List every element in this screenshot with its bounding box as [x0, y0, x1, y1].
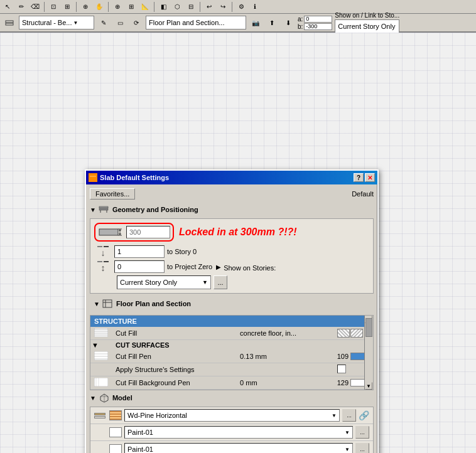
layer-icon-btn[interactable]: [3, 17, 16, 28]
toolbar-btn-settings[interactable]: ⚙: [235, 1, 247, 13]
project-zero-arrow-btn[interactable]: ▶: [216, 264, 221, 270]
fp-section-icon: [102, 299, 114, 309]
sep2: [76, 2, 77, 12]
cfbg-num-label: 129: [337, 379, 349, 386]
toolbar-btn-zoom[interactable]: ⊕: [79, 1, 92, 13]
layers-icon: [5, 18, 14, 27]
material2-arrow: ▼: [345, 430, 350, 435]
structure-header-row: STRUCTURE: [90, 316, 373, 327]
toolbar-btn-pencil[interactable]: ✏: [15, 1, 28, 13]
story-input[interactable]: [114, 245, 165, 258]
rotate-btn[interactable]: ⟳: [129, 17, 143, 28]
select-dropdown-arrow: ▼: [202, 279, 208, 285]
cs-expand-cell: ▼: [90, 340, 112, 351]
material1-label: Wd-Pine Horizontal: [127, 412, 187, 419]
toolbar-row1: ↖ ✏ ⌫ ⊡ ⊞ ⊕ ✋ ⊕ ⊞ 📐 ◧ ⬡ ⊟ ↩ ↪ ⚙ ℹ: [0, 0, 476, 14]
to-story-row: ↓ to Story 0: [94, 245, 369, 258]
dialog-help-btn[interactable]: ?: [354, 173, 364, 182]
pz-arrow: ↕: [101, 264, 105, 272]
sep6: [232, 2, 232, 12]
toolbar-btn-redo[interactable]: ↪: [217, 1, 229, 13]
toolbar-btn-info[interactable]: ℹ: [249, 1, 261, 13]
geometry-section-header[interactable]: ▼ Geometry and Positioning: [90, 205, 374, 215]
apply-struct-icon-cell: [90, 363, 112, 376]
toolbar-btn-snap[interactable]: ⊕: [111, 1, 124, 13]
nav-btn[interactable]: ⬆: [265, 17, 279, 28]
floor-plan-section-header[interactable]: ▼ Floor Plan and Section: [90, 296, 374, 311]
swatch1: [337, 329, 350, 338]
story-settings-btn[interactable]: ...: [214, 275, 227, 289]
frame-btn[interactable]: ▭: [113, 17, 127, 28]
scrollbar-down-btn[interactable]: ▼: [365, 382, 372, 390]
slab-settings-dialog: Slab Default Settings ? ✕ Favorites... D…: [85, 169, 379, 453]
nav2-btn[interactable]: ⬇: [281, 17, 295, 28]
material3-edit-btn[interactable]: ...: [355, 443, 369, 453]
fp-content: STRUCTURE: [90, 315, 374, 390]
view-dropdown-label: Floor Plan and Section...: [149, 19, 224, 26]
locked-annotation: Locked in at 300mm ?!?!: [179, 226, 297, 238]
cut-surfaces-row: ▼ CUT SURFACES: [90, 340, 373, 351]
apply-structure-row[interactable]: Apply Structure's Settings: [90, 363, 373, 376]
toolbar-btn-1[interactable]: ↖: [1, 1, 14, 13]
dialog-toolbar: Favorites... Default: [90, 188, 374, 200]
layer-dropdown-label: Structural - Be...: [22, 19, 72, 26]
slab-thickness-icon: [98, 225, 124, 239]
cfp-num-label: 109: [337, 353, 349, 360]
elev-b-input[interactable]: [304, 23, 332, 30]
elev-a-input[interactable]: [304, 16, 332, 23]
swatch2: [350, 329, 363, 338]
elev-a-label: a:: [298, 16, 303, 23]
cut-fill-row[interactable]: Cut Fill concrete floor, in...: [90, 327, 373, 340]
si-line2: [104, 246, 109, 247]
material-row-3: Paint-01 ▼ ...: [90, 441, 373, 453]
material3-dropdown[interactable]: Paint-01 ▼: [124, 443, 353, 453]
cut-fill-bg-row[interactable]: Cut Fill Background Pen 0 mm 129: [90, 376, 373, 390]
toolbar-btn-undo[interactable]: ↩: [203, 1, 215, 13]
thickness-row: Locked in at 300mm ?!?!: [94, 223, 369, 242]
dialog-close-btn[interactable]: ✕: [365, 173, 375, 182]
cut-fill-pen-row[interactable]: Cut Fill Pen 0.13 mm 109: [90, 350, 373, 363]
sep1: [44, 2, 45, 12]
model-section-header[interactable]: ▼ Model: [90, 393, 374, 403]
toolbar-btn-eraser[interactable]: ⌫: [29, 1, 41, 13]
apply-structure-label: Apply Structure's Settings: [112, 363, 333, 376]
project-zero-input[interactable]: [114, 260, 165, 273]
thickness-input[interactable]: [126, 226, 170, 238]
toolbar-btn-3d[interactable]: ⬡: [171, 1, 183, 13]
dialog-title-btns: ? ✕: [354, 173, 375, 182]
toolbar-btn-pan[interactable]: ✋: [93, 1, 105, 13]
project-zero-icon: ↕: [94, 261, 112, 272]
locked-highlight-box: [94, 223, 174, 242]
material2-dropdown[interactable]: Paint-01 ▼: [124, 426, 353, 439]
material1-dropdown[interactable]: Wd-Pine Horizontal ▼: [124, 409, 340, 422]
story-dropdown[interactable]: Current Story Only: [335, 19, 399, 33]
material-row-1: Wd-Pine Horizontal ▼ ... 🔗: [90, 407, 373, 424]
model-collapse-triangle: ▼: [90, 395, 96, 402]
cfbg-icon-cell: [90, 376, 112, 390]
layer-dropdown[interactable]: Structural - Be... ▼: [19, 16, 94, 29]
svg-rect-14: [103, 300, 112, 307]
apply-structure-checkbox[interactable]: [337, 365, 346, 373]
scrollbar-thumb[interactable]: [365, 318, 372, 337]
toolbar-btn-layer[interactable]: ◧: [157, 1, 170, 13]
toolbar-btn-section[interactable]: ⊟: [185, 1, 197, 13]
svg-rect-8: [99, 229, 118, 235]
material1-edit-btn[interactable]: ...: [342, 409, 356, 422]
toolbar-btn-lasso[interactable]: ⊞: [61, 1, 73, 13]
favorites-button[interactable]: Favorites...: [90, 188, 135, 200]
toolbar-btn-measure[interactable]: 📐: [139, 1, 151, 13]
view-dropdown[interactable]: Floor Plan and Section...: [146, 16, 246, 29]
structure-header-cell: STRUCTURE: [90, 316, 373, 327]
svg-rect-5: [99, 206, 108, 208]
to-story-icon: ↓: [94, 246, 112, 257]
toolbar-btn-select[interactable]: ⊡: [47, 1, 60, 13]
material2-edit-btn[interactable]: ...: [355, 426, 369, 439]
camera-btn[interactable]: 📷: [249, 17, 262, 28]
material2-label: Paint-01: [127, 429, 153, 436]
current-story-label: Current Story Only: [120, 279, 177, 286]
edit-layer-btn[interactable]: ✎: [97, 17, 111, 28]
cut-fill-value: concrete floor, in...: [236, 327, 333, 340]
structure-scrollbar[interactable]: ▲ ▼: [364, 316, 373, 390]
current-story-select[interactable]: Current Story Only ▼: [117, 275, 211, 289]
toolbar-btn-grid[interactable]: ⊞: [125, 1, 138, 13]
